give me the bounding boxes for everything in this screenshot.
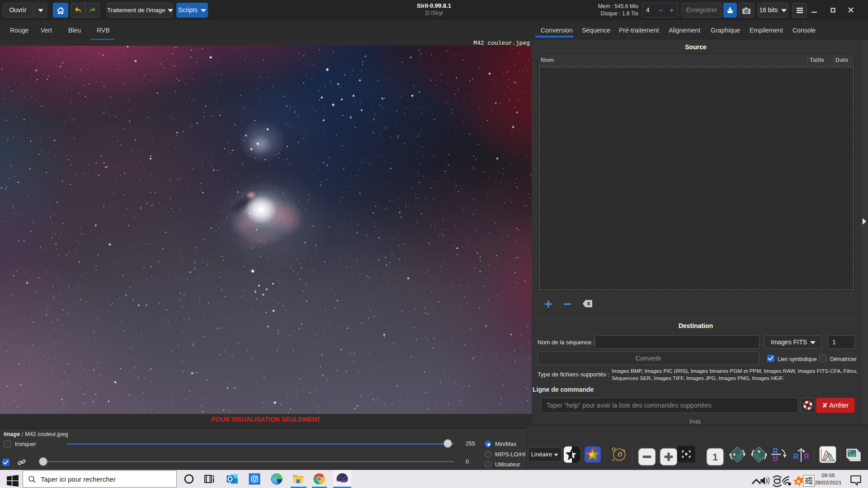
svg-text:R: R	[773, 447, 778, 455]
svg-text:R: R	[803, 452, 809, 460]
svg-text:R: R	[773, 454, 778, 462]
svg-text:1: 1	[712, 452, 718, 463]
svg-text:R: R	[793, 452, 799, 460]
svg-text:a: a	[797, 478, 800, 484]
